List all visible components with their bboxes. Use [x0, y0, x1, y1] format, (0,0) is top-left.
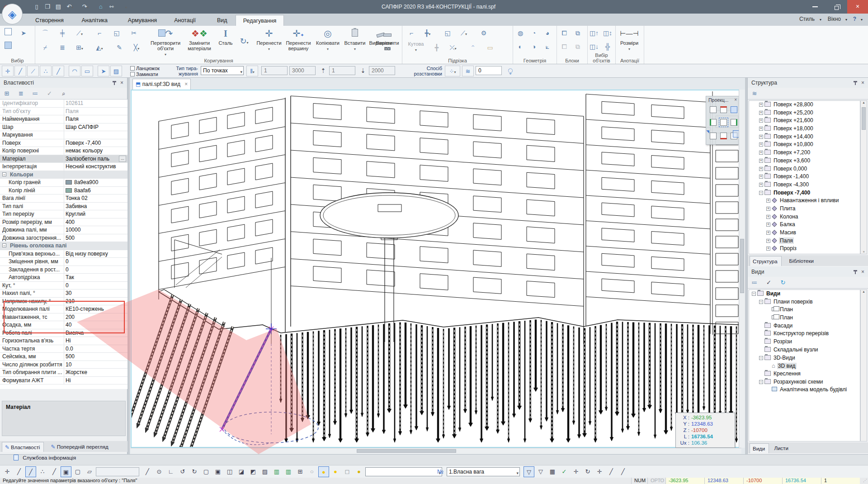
apply-check-icon[interactable]: ✓ — [559, 466, 570, 477]
ribbon-tab-Створення[interactable]: Створення — [28, 15, 71, 26]
opt-hatch-icon[interactable]: ▨ — [110, 66, 122, 76]
block-edit-icon[interactable]: ⧠ — [559, 41, 570, 52]
opt-end-icon[interactable]: ⧬ — [505, 66, 516, 76]
tree-item[interactable]: −Плани поверхів — [749, 298, 860, 306]
property-row[interactable]: Тип об'єктуПаля — [0, 108, 127, 116]
render-icon[interactable]: ⌂ — [96, 2, 106, 11]
gear-trim-icon[interactable]: ⚙ — [478, 28, 489, 38]
opt-cursor-icon[interactable]: ➤ — [98, 66, 109, 76]
viewport-tab[interactable]: ⬒ палі.spf:3D вид × — [132, 79, 191, 90]
filter-active-icon[interactable]: ▽ — [524, 466, 534, 477]
vis-section-icon[interactable]: ◪ — [236, 466, 247, 477]
collapse-icon[interactable]: − — [2, 172, 6, 176]
lock-free-icon[interactable]: ▢ — [72, 466, 83, 477]
move-small-icon[interactable]: ✛ — [594, 466, 605, 477]
tree-item[interactable]: +Поверх +3,600 — [749, 157, 860, 165]
tab-Структура[interactable]: Структура — [750, 256, 782, 266]
snap-axis-icon[interactable]: ╱ — [49, 466, 60, 477]
apply-view-icon[interactable]: ✓ — [764, 278, 774, 288]
close-panel-icon[interactable]: × — [120, 80, 123, 86]
property-value[interactable]: КЕ10-стержень — [66, 306, 126, 312]
close-palette-icon[interactable]: × — [734, 97, 737, 102]
num-toggle[interactable]: NUM — [631, 478, 647, 484]
expander-icon[interactable]: + — [759, 127, 763, 131]
property-row[interactable]: Горизонтальна в'язьНі — [0, 337, 127, 345]
property-value[interactable]: 500 — [66, 353, 126, 360]
expander-icon[interactable]: + — [766, 231, 770, 235]
property-row[interactable]: ПоверхПоверх -7,400 — [0, 139, 127, 147]
property-value[interactable]: 0 — [66, 266, 126, 273]
align-to-button[interactable]: Вирівняти по — [373, 27, 401, 57]
skew-icon[interactable]: ▱ — [84, 466, 95, 477]
fillet-icon[interactable]: ⌒ — [40, 28, 51, 38]
layers-filter-icon[interactable]: ≋▾ — [750, 89, 760, 99]
step1-field[interactable] — [289, 66, 316, 75]
opt-rect-icon[interactable]: ▭ — [81, 66, 93, 76]
property-row[interactable]: Вага лініїТонка 02 — [0, 195, 127, 203]
delete-icon[interactable]: ╳▾ — [131, 42, 142, 53]
pan-icon[interactable]: ✛ — [571, 466, 581, 477]
convert-objects-button[interactable]: ↷ Перетворити об'єкти▾ — [149, 27, 182, 57]
expander-icon[interactable]: + — [759, 151, 763, 155]
collapse-icon[interactable]: − — [2, 243, 6, 247]
property-row[interactable]: Колір поверхнінемає кольору — [0, 147, 127, 155]
property-row[interactable]: Довжина палі, мм10000 — [0, 226, 127, 234]
grid-icon[interactable]: ⊞ — [295, 466, 306, 477]
property-row[interactable]: Робота паліВисяча — [0, 329, 127, 337]
model-cube1-icon[interactable]: ▥ — [271, 466, 282, 477]
expander-icon[interactable]: + — [759, 183, 763, 187]
checked-view-icon[interactable]: ≔ — [30, 89, 40, 99]
vis-wire-icon[interactable]: ▢ — [201, 466, 212, 477]
browse-button[interactable]: ... — [119, 156, 126, 162]
tree-item[interactable]: Аналітична модель будівлі — [749, 386, 860, 394]
expander-icon[interactable]: + — [759, 119, 763, 123]
opt-points-icon[interactable]: ∴ — [40, 66, 52, 76]
view-settings-icon[interactable]: ≔ — [750, 278, 760, 288]
bool-union-icon[interactable]: ◍ — [515, 28, 526, 38]
property-row[interactable]: ШарШар САПФІР — [0, 123, 127, 132]
duplication-type-combo[interactable]: По точках▾ — [201, 66, 244, 75]
pin-icon[interactable] — [854, 81, 857, 82]
tab-Листи[interactable]: Листи — [771, 443, 792, 453]
save-icon[interactable]: ▤ — [53, 2, 63, 11]
tree-item[interactable]: +Поверх +25,200 — [749, 109, 860, 117]
projection-iso-icon[interactable] — [710, 106, 717, 113]
projection-right-icon[interactable] — [731, 119, 737, 126]
tab-Попередній перегляд[interactable]: ✎Попередній перегляд — [48, 442, 112, 452]
property-row[interactable]: Формувати АЖТНі — [0, 377, 127, 385]
property-row[interactable]: Кут, °0 — [0, 282, 127, 290]
projection-view-icon[interactable] — [710, 133, 717, 139]
categorized-view-icon[interactable]: ⊞ — [2, 89, 12, 99]
tree-item[interactable]: Креслення — [749, 370, 860, 378]
rotate-x-icon[interactable]: ↺ — [177, 466, 188, 477]
property-row[interactable]: Тип паліЗабивна — [0, 203, 127, 211]
slope-hatch-icon[interactable]: ≋ — [462, 66, 474, 76]
property-row[interactable]: Моделювання паліКЕ10-стержень — [0, 305, 127, 313]
minimize-button[interactable] — [805, 0, 826, 14]
expander-icon[interactable]: − — [759, 300, 763, 304]
structure-scrollbar[interactable]: ▲≡ — [860, 100, 867, 254]
tree-item[interactable]: −Розрахункові схеми — [749, 378, 860, 386]
bool-split-icon[interactable]: ◑ — [528, 41, 539, 52]
apply-icon[interactable]: ✓ — [44, 89, 54, 99]
expander-icon[interactable]: + — [766, 199, 770, 203]
tree-item[interactable]: Складальні вузли — [749, 346, 860, 354]
align-edge-icon[interactable]: ≣ — [57, 42, 68, 53]
tree-item[interactable]: +Масив — [749, 229, 860, 237]
close-loop-checkbox[interactable]: Замикати — [130, 71, 158, 77]
tree-item[interactable]: +Поверх +7,200 — [749, 149, 860, 157]
property-value[interactable]: Жорстке — [66, 369, 126, 375]
property-section[interactable]: −Кольори — [0, 171, 127, 179]
cursor-icon[interactable]: ➤ — [18, 28, 29, 38]
perpendicular-icon[interactable]: ∟ — [165, 466, 176, 477]
snap-guide-icon[interactable]: ╱ — [25, 466, 36, 477]
expander-icon[interactable]: + — [759, 175, 763, 179]
projection-axon-icon[interactable] — [731, 133, 737, 139]
views-scrollbar[interactable]: ▲ — [860, 289, 867, 441]
vis-solid-icon[interactable]: ▣ — [212, 466, 223, 477]
opt-polyline-icon[interactable]: ⟋ — [27, 66, 39, 76]
tree-item[interactable]: Розрізи — [749, 338, 860, 346]
property-value[interactable]: Висяча — [66, 330, 126, 336]
ribbon-tab-Анотації[interactable]: Анотації — [167, 15, 203, 26]
property-value[interactable]: 0.0 — [66, 346, 126, 352]
